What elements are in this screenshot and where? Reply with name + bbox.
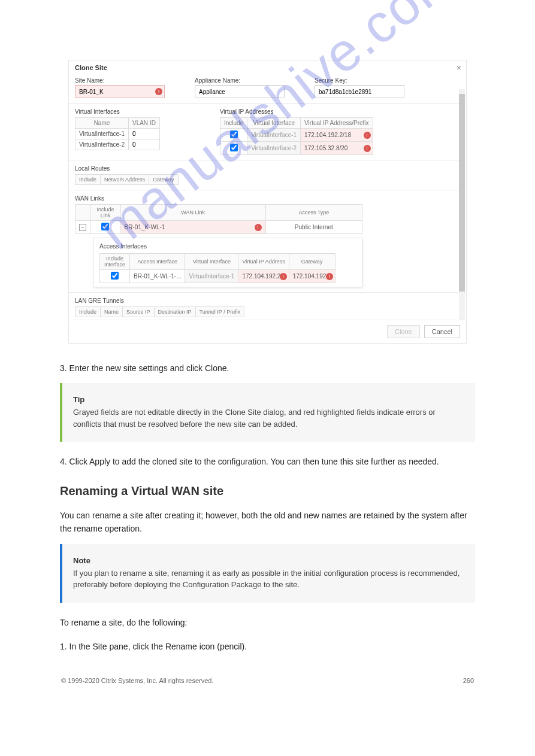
- error-icon: !: [364, 145, 371, 152]
- col-vlan: VLAN ID: [128, 118, 159, 129]
- wan-links-section: WAN Links Include Link WAN Link Access T…: [75, 195, 460, 287]
- col-access-interface: Access Interface: [130, 254, 185, 270]
- doc-step-4: 4. Click Apply to add the cloned site to…: [60, 455, 475, 468]
- expand-toggle[interactable]: −: [79, 224, 86, 231]
- tip-box: Tip Grayed fields are not editable direc…: [60, 383, 475, 442]
- ai-gw-cell[interactable]: 172.104.192.1 !: [289, 270, 335, 283]
- local-routes-title: Local Routes: [75, 165, 460, 172]
- col-source-ip: Source IP: [123, 307, 155, 317]
- vip-addr-value: 172.104.192.2/18: [304, 132, 351, 138]
- col-include-link: Include Link: [90, 205, 120, 221]
- table-row: BR-01_K-WL-1-... VirtualInterface-1 172.…: [100, 270, 335, 283]
- error-icon: !: [155, 88, 162, 95]
- col-name: Name: [101, 307, 123, 317]
- rename-steps-intro: To rename a site, do the following:: [60, 616, 475, 629]
- note-box: Note If you plan to rename a site, renam…: [60, 544, 475, 603]
- clone-site-dialog: Clone Site × ▴ ▾ Site Name: ! Appliance …: [68, 60, 467, 344]
- appliance-name-field: Appliance Name:: [195, 77, 285, 98]
- page-number: 260: [463, 677, 474, 684]
- secure-key-field: Secure Key:: [315, 77, 404, 98]
- access-type-cell: Public Internet: [265, 221, 362, 234]
- rename-paragraph: You can rename a site after creating it;…: [60, 509, 475, 536]
- appliance-name-input[interactable]: [195, 85, 285, 98]
- site-name-label: Site Name:: [75, 77, 165, 84]
- include-link-checkbox[interactable]: [101, 223, 109, 230]
- col-virtual-ip: Virtual IP Address: [238, 254, 289, 270]
- lan-gre-title: LAN GRE Tunnels: [75, 297, 460, 304]
- site-name-input[interactable]: [75, 85, 165, 98]
- page-footer: © 1999-2020 Citrix Systems, Inc. All rig…: [60, 677, 475, 684]
- ai-vif-cell: VirtualInterface-1: [185, 270, 238, 283]
- table-row: VirtualInterface-2: [75, 139, 160, 150]
- col-include-interface: Include Interface: [100, 254, 130, 270]
- local-routes-table: Include Network Address Gateway: [75, 174, 179, 185]
- scrollbar-thumb[interactable]: [459, 94, 465, 292]
- clone-button[interactable]: Clone: [387, 325, 420, 338]
- appliance-name-label: Appliance Name:: [195, 77, 285, 84]
- lan-gre-section: LAN GRE Tunnels Include Name Source IP D…: [75, 297, 460, 317]
- col-wan-link: WAN Link: [120, 205, 265, 221]
- include-interface-checkbox[interactable]: [111, 272, 119, 280]
- include-checkbox[interactable]: [230, 130, 238, 138]
- wan-link-value: BR-01_K-WL-1: [125, 224, 165, 230]
- virtual-ip-table: Include Virtual Interface Virtual IP Add…: [220, 117, 373, 155]
- note-label: Note: [73, 556, 464, 565]
- site-name-field: Site Name: !: [75, 77, 165, 98]
- access-interfaces-title: Access Interfaces: [99, 243, 356, 250]
- access-interface-cell: BR-01_K-WL-1-...: [130, 270, 185, 283]
- vip-vif-cell: VirtualInterface-2: [247, 142, 301, 155]
- dialog-title: Clone Site: [75, 64, 107, 71]
- rename-heading: Renaming a Virtual WAN site: [60, 484, 475, 498]
- virtual-interfaces-title: Virtual Interfaces: [75, 108, 160, 115]
- col-include: Include: [75, 175, 101, 185]
- cancel-button[interactable]: Cancel: [424, 325, 460, 338]
- virtual-interfaces-table: Name VLAN ID VirtualInterface-1 VirtualI…: [75, 117, 160, 150]
- vlan-id-input[interactable]: [132, 141, 150, 148]
- include-checkbox[interactable]: [230, 144, 238, 151]
- access-interfaces-panel: Access Interfaces Include Interface Acce…: [93, 238, 362, 287]
- col-vif: Virtual Interface: [247, 118, 301, 129]
- col-tunnel-ip: Tunnel IP / Prefix: [195, 307, 244, 317]
- vip-addr-cell[interactable]: 172.105.32.8/20 !: [301, 142, 373, 155]
- close-icon[interactable]: ×: [457, 63, 461, 72]
- secure-key-input[interactable]: [315, 85, 404, 98]
- virtual-ip-title: Virtual IP Addresses: [220, 108, 373, 115]
- table-row: VirtualInterface-1: [75, 129, 160, 139]
- vlan-id-input[interactable]: [132, 130, 150, 137]
- error-icon: !: [326, 273, 333, 280]
- dialog-header: Clone Site ×: [69, 60, 466, 72]
- table-row: VirtualInterface-1 172.104.192.2/18 !: [220, 129, 373, 142]
- error-icon: !: [280, 273, 287, 280]
- tip-label: Tip: [73, 395, 464, 404]
- vip-addr-cell[interactable]: 172.104.192.2/18 !: [301, 129, 373, 142]
- wan-links-table: Include Link WAN Link Access Type − BR-0…: [75, 204, 362, 234]
- tip-body: Grayed fields are not editable directly …: [73, 406, 464, 430]
- col-include: Include: [220, 118, 247, 129]
- vip-vif-cell: VirtualInterface-1: [247, 129, 301, 142]
- col-addr: Virtual IP Address/Prefix: [301, 118, 373, 129]
- access-interfaces-table: Include Interface Access Interface Virtu…: [99, 253, 335, 283]
- wan-link-cell[interactable]: BR-01_K-WL-1 !: [120, 221, 265, 234]
- col-gateway: Gateway: [149, 175, 179, 185]
- wan-links-title: WAN Links: [75, 195, 460, 202]
- note-body: If you plan to rename a site, renaming i…: [73, 567, 464, 591]
- secure-key-label: Secure Key:: [315, 77, 404, 84]
- error-icon: !: [364, 132, 371, 139]
- vif-name-cell: VirtualInterface-2: [75, 139, 129, 150]
- col-virtual-interface: Virtual Interface: [185, 254, 238, 270]
- table-row: − BR-01_K-WL-1 ! Public Internet: [75, 221, 362, 234]
- copyright-text: © 1999-2020 Citrix Systems, Inc. All rig…: [61, 677, 213, 684]
- error-icon: !: [255, 224, 262, 231]
- lan-gre-table: Include Name Source IP Destination IP Tu…: [75, 306, 244, 317]
- col-destination-ip: Destination IP: [154, 307, 195, 317]
- table-row: VirtualInterface-2 172.105.32.8/20 !: [220, 142, 373, 155]
- ai-vip-cell[interactable]: 172.104.192.2 !: [238, 270, 289, 283]
- col-network-address: Network Address: [101, 175, 149, 185]
- vif-name-cell: VirtualInterface-1: [75, 129, 129, 139]
- virtual-interfaces-section: Virtual Interfaces Name VLAN ID VirtualI…: [75, 108, 160, 155]
- rename-step-1: 1. In the Site pane, click the Rename ic…: [60, 640, 475, 653]
- col-gateway: Gateway: [289, 254, 335, 270]
- ai-vip-value: 172.104.192.2: [242, 273, 280, 280]
- doc-step-3: 3. Enter the new site settings and click…: [60, 362, 475, 375]
- col-include: Include: [75, 307, 101, 317]
